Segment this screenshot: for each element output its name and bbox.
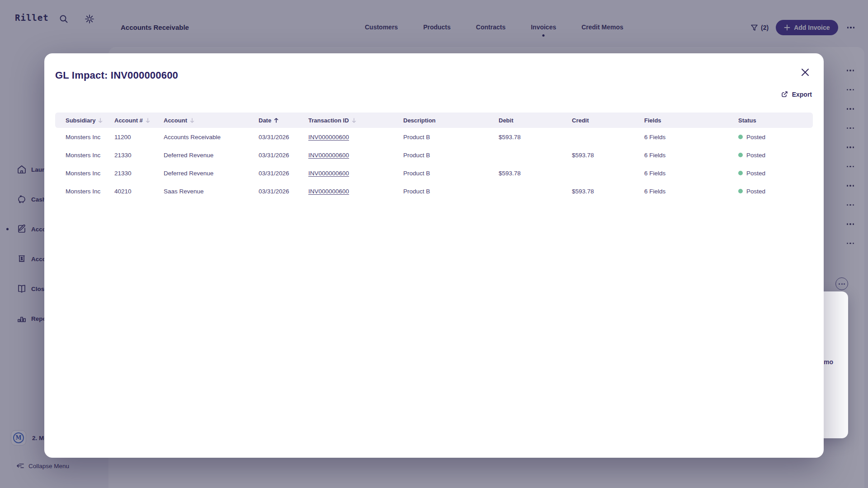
cell-date: 03/31/2026 [259, 152, 308, 159]
cell-account-number: 11200 [114, 134, 164, 141]
cell-description: Product B [403, 134, 499, 141]
gl-impact-modal: GL Impact: INV000000600 Export Subsidiar… [44, 53, 824, 458]
column-header-account[interactable]: Account [164, 117, 259, 124]
column-label: Description [403, 117, 436, 124]
column-header-transaction-id[interactable]: Transaction ID [308, 117, 403, 124]
cell-account-number: 40210 [114, 188, 164, 195]
column-header-credit[interactable]: Credit [572, 117, 644, 124]
cell-description: Product B [403, 188, 499, 195]
cell-credit: $593.78 [572, 152, 644, 159]
table-header-row: Subsidiary Account # Account Date Transa… [55, 113, 813, 128]
column-label: Transaction ID [308, 117, 349, 124]
modal-title: GL Impact: INV000000600 [55, 70, 178, 81]
column-header-status[interactable]: Status [738, 117, 813, 124]
cell-debit: $593.78 [499, 134, 572, 141]
column-header-fields[interactable]: Fields [644, 117, 738, 124]
close-button[interactable] [800, 66, 813, 79]
sort-down-icon [352, 117, 356, 123]
active-row-actions-button[interactable] [835, 277, 848, 290]
cell-debit: $593.78 [499, 170, 572, 177]
export-label: Export [792, 91, 812, 98]
column-label: Date [259, 117, 271, 124]
gl-impact-table: Subsidiary Account # Account Date Transa… [55, 113, 813, 200]
column-label: Status [738, 117, 756, 124]
column-label: Fields [644, 117, 661, 124]
sort-down-icon [146, 117, 150, 123]
cell-status: Posted [738, 170, 813, 177]
cell-date: 03/31/2026 [259, 134, 308, 141]
column-label: Account # [114, 117, 143, 124]
cell-description: Product B [403, 170, 499, 177]
cell-status: Posted [738, 152, 813, 159]
column-header-debit[interactable]: Debit [499, 117, 572, 124]
sort-up-active-icon [274, 117, 278, 123]
cell-subsidiary: Monsters Inc [66, 170, 114, 177]
cell-account-number: 21330 [114, 152, 164, 159]
sort-down-icon [190, 117, 194, 123]
table-row: Monsters Inc 40210 Saas Revenue 03/31/20… [55, 182, 813, 200]
status-dot-icon [738, 171, 743, 175]
export-icon [781, 90, 788, 98]
column-label: Subsidiary [66, 117, 95, 124]
column-header-subsidiary[interactable]: Subsidiary [66, 117, 114, 124]
column-label: Credit [572, 117, 589, 124]
cell-fields: 6 Fields [644, 188, 738, 195]
close-icon [800, 67, 813, 77]
table-body: Monsters Inc 11200 Accounts Receivable 0… [55, 128, 813, 200]
cell-fields: 6 Fields [644, 152, 738, 159]
cell-description: Product B [403, 152, 499, 159]
cell-date: 03/31/2026 [259, 188, 308, 195]
cell-subsidiary: Monsters Inc [66, 152, 114, 159]
status-badge: Posted [746, 170, 765, 177]
column-label: Account [164, 117, 187, 124]
table-row: Monsters Inc 21330 Deferred Revenue 03/3… [55, 146, 813, 164]
cell-fields: 6 Fields [644, 170, 738, 177]
cell-account: Deferred Revenue [164, 170, 259, 177]
cell-subsidiary: Monsters Inc [66, 188, 114, 195]
sort-down-icon [98, 117, 103, 123]
table-row: Monsters Inc 21330 Deferred Revenue 03/3… [55, 164, 813, 182]
status-dot-icon [738, 153, 743, 157]
status-dot-icon [738, 189, 743, 193]
status-dot-icon [738, 135, 743, 139]
cell-account: Accounts Receivable [164, 134, 259, 141]
cell-date: 03/31/2026 [259, 170, 308, 177]
cell-status: Posted [738, 134, 813, 141]
column-label: Debit [499, 117, 514, 124]
table-row: Monsters Inc 11200 Accounts Receivable 0… [55, 128, 813, 146]
column-header-account-number[interactable]: Account # [114, 117, 164, 124]
cell-account: Saas Revenue [164, 188, 259, 195]
cell-fields: 6 Fields [644, 134, 738, 141]
cell-account-number: 21330 [114, 170, 164, 177]
status-badge: Posted [746, 134, 765, 141]
transaction-id-link[interactable]: INV000000600 [308, 170, 349, 177]
cell-account: Deferred Revenue [164, 152, 259, 159]
cell-subsidiary: Monsters Inc [66, 134, 114, 141]
transaction-id-link[interactable]: INV000000600 [308, 152, 349, 159]
context-menu-item[interactable]: mo [824, 358, 833, 366]
transaction-id-link[interactable]: INV000000600 [308, 134, 349, 141]
column-header-date[interactable]: Date [259, 117, 308, 124]
column-header-description[interactable]: Description [403, 117, 499, 124]
cell-status: Posted [738, 188, 813, 195]
transaction-id-link[interactable]: INV000000600 [308, 188, 349, 195]
status-badge: Posted [746, 188, 765, 195]
status-badge: Posted [746, 152, 765, 159]
cell-credit: $593.78 [572, 188, 644, 195]
export-button[interactable]: Export [781, 90, 812, 98]
